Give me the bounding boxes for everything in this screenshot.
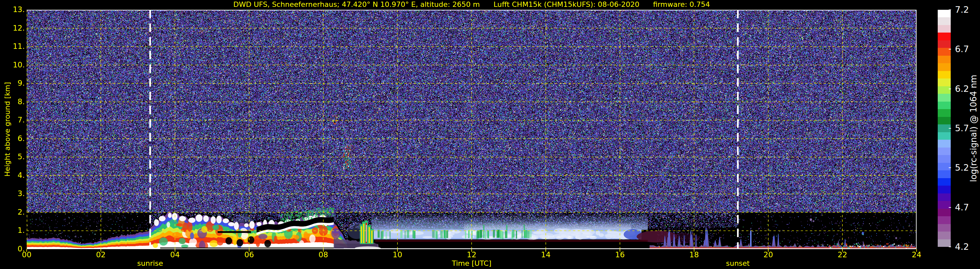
title-station: DWD UFS, Schneefernerhaus; 47.420° N 10.… <box>233 0 480 8</box>
colorbar-tick-mark <box>949 128 951 129</box>
y-axis-title: Height above ground [km] <box>3 82 11 176</box>
x-tick-mark <box>620 249 620 252</box>
y-tick-label: 1. <box>0 226 25 235</box>
time-height-heatmap <box>27 10 916 249</box>
sunrise-annotation: sunrise <box>137 259 163 267</box>
colorbar-segment <box>938 56 951 63</box>
x-tick-mark <box>694 249 694 252</box>
x-tick-mark <box>546 249 546 252</box>
colorbar-tick-label: 4.7 <box>955 202 978 213</box>
colorbar-tick-label: 6.7 <box>955 44 978 54</box>
title-firmware: firmware: 0.754 <box>653 0 710 8</box>
colorbar-tick-mark <box>949 49 951 50</box>
colorbar-segment <box>938 86 951 94</box>
colorbar-segment <box>938 63 951 70</box>
sunset-annotation: sunset <box>726 259 750 267</box>
colorbar-segment <box>938 209 951 216</box>
colorbar-segment <box>938 155 951 163</box>
colorbar-segment <box>938 163 951 170</box>
colorbar-segment <box>938 102 951 109</box>
x-tick-mark <box>100 249 101 252</box>
colorbar-segment <box>938 232 951 239</box>
colorbar-segment <box>938 71 951 78</box>
y-tick-label: 11. <box>0 42 25 51</box>
y-tick-label: 3. <box>0 189 25 198</box>
x-tick-mark <box>916 249 917 252</box>
colorbar-segment <box>938 186 951 193</box>
colorbar-segment <box>938 40 951 48</box>
colorbar-segment <box>938 78 951 86</box>
y-tick-label: 2. <box>0 207 25 216</box>
colorbar-segment <box>938 216 951 224</box>
colorbar-tick-mark <box>949 167 951 168</box>
title-instrument: Lufft CHM15k (CHM15kUFS): 08-06-2020 <box>493 0 640 8</box>
colorbar-tick-mark <box>949 10 951 10</box>
colorbar-segment <box>938 117 951 125</box>
colorbar-segment <box>938 94 951 101</box>
y-tick-label: 12. <box>0 24 25 32</box>
colorbar-segment <box>938 109 951 117</box>
colorbar-segment <box>938 132 951 140</box>
figure-title: DWD UFS, Schneefernerhaus; 47.420° N 10.… <box>27 0 916 8</box>
colorbar-segment <box>938 25 951 32</box>
y-tick-label: 10. <box>0 60 25 69</box>
x-tick-mark <box>397 249 398 252</box>
colorbar-segment <box>938 194 951 201</box>
x-tick-mark <box>323 249 324 252</box>
x-tick-mark <box>842 249 843 252</box>
colorbar-title: log(rc-signal) @ 1064 nm <box>969 75 978 182</box>
y-tick-label: 13. <box>0 5 25 14</box>
x-tick-mark <box>768 249 768 252</box>
colorbar-tick-mark <box>949 207 951 208</box>
colorbar-segment <box>938 17 951 25</box>
colorbar-segment <box>938 170 951 178</box>
x-tick-mark <box>249 249 250 252</box>
colorbar-tick-label: 4.2 <box>955 242 978 252</box>
colorbar-segment <box>938 140 951 147</box>
x-tick-mark <box>175 249 175 252</box>
colorbar-segment <box>938 224 951 232</box>
ceilometer-quicklook-figure: DWD UFS, Schneefernerhaus; 47.420° N 10.… <box>0 0 980 269</box>
x-axis-title: Time [UTC] <box>452 259 492 267</box>
colorbar-segment <box>938 178 951 186</box>
x-tick-mark <box>471 249 472 252</box>
colorbar-tick-mark <box>949 247 951 247</box>
colorbar-segment <box>938 239 951 247</box>
colorbar-segment <box>938 32 951 40</box>
x-tick-mark <box>26 249 27 252</box>
colorbar-segment <box>938 10 951 17</box>
colorbar-tick-mark <box>949 88 951 89</box>
colorbar-segment <box>938 147 951 155</box>
colorbar-tick-label: 7.2 <box>955 5 978 15</box>
